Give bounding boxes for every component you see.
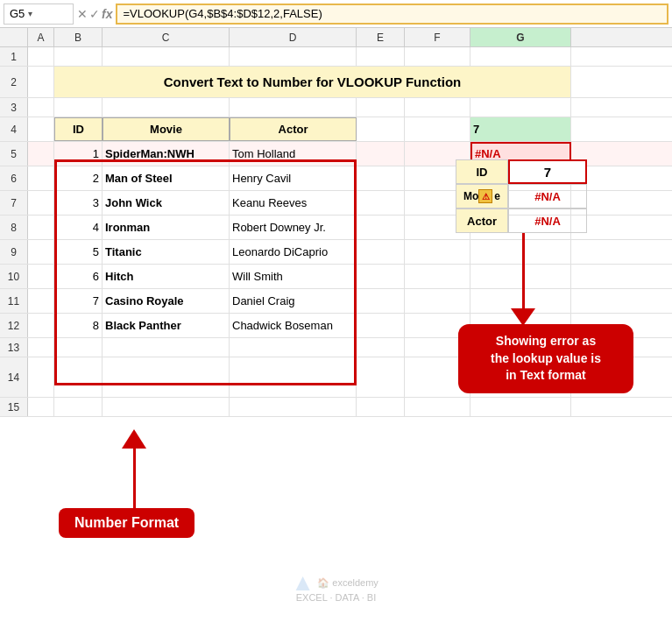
cell-c3[interactable]: [103, 98, 230, 117]
cell-e1[interactable]: [357, 47, 405, 66]
col-header-e[interactable]: E: [357, 28, 405, 46]
cell-e8[interactable]: [357, 216, 405, 239]
cell-a2[interactable]: [28, 67, 54, 97]
cell-e10[interactable]: [357, 265, 405, 288]
cell-d7[interactable]: Keanu Reeves: [230, 191, 357, 215]
cell-c5[interactable]: SpiderMan:NWH: [103, 142, 230, 166]
cell-d10[interactable]: Will Smith: [230, 265, 357, 288]
cell-d11[interactable]: Daniel Craig: [230, 289, 357, 313]
cell-b9[interactable]: 5: [54, 240, 103, 264]
cell-a8[interactable]: [28, 216, 54, 239]
cell-d6[interactable]: Henry Cavil: [230, 166, 357, 190]
cell-c9[interactable]: Titanic: [103, 240, 230, 264]
cell-e14[interactable]: [357, 357, 405, 397]
cell-e6[interactable]: [357, 166, 405, 190]
cell-e11[interactable]: [357, 289, 405, 313]
cell-b15[interactable]: [54, 398, 103, 416]
cell-f9[interactable]: [405, 240, 470, 264]
cell-g15[interactable]: [470, 398, 571, 416]
cell-d13[interactable]: [230, 338, 357, 357]
cell-a12[interactable]: [28, 314, 54, 337]
cell-a13[interactable]: [28, 338, 54, 357]
g5-value: #N/A: [475, 147, 501, 160]
formula-input[interactable]: =VLOOKUP(G4,$B$4:$D$12,2,FALSE): [116, 4, 668, 25]
cell-b11[interactable]: 7: [54, 289, 103, 313]
cell-b3[interactable]: [54, 98, 103, 117]
cell-c6[interactable]: Man of Steel: [103, 166, 230, 190]
cell-d1[interactable]: [230, 47, 357, 66]
cell-a14[interactable]: [28, 357, 54, 397]
cell-b7[interactable]: 3: [54, 191, 103, 215]
cell-a15[interactable]: [28, 398, 54, 416]
cell-a10[interactable]: [28, 265, 54, 288]
cell-c14[interactable]: [103, 357, 230, 397]
cell-reference-box[interactable]: G5 ▾: [4, 4, 74, 25]
cell-f4[interactable]: [405, 117, 470, 141]
cell-c12[interactable]: Black Panther: [103, 314, 230, 337]
cell-b13[interactable]: [54, 338, 103, 357]
col-header-b[interactable]: B: [54, 28, 103, 46]
cell-e13[interactable]: [357, 338, 405, 357]
cell-e7[interactable]: [357, 191, 405, 215]
cell-a5[interactable]: [28, 142, 54, 166]
cell-g11[interactable]: [470, 289, 571, 313]
cell-d14[interactable]: [230, 357, 357, 397]
cell-a4[interactable]: [28, 117, 54, 141]
cell-ref-chevron[interactable]: ▾: [28, 9, 32, 18]
cell-a6[interactable]: [28, 166, 54, 190]
cell-b1[interactable]: [54, 47, 103, 66]
cell-b5[interactable]: 1: [54, 142, 103, 166]
cell-c15[interactable]: [103, 398, 230, 416]
cell-d5[interactable]: Tom Holland: [230, 142, 357, 166]
cancel-icon[interactable]: ✕: [77, 7, 88, 21]
cell-a7[interactable]: [28, 191, 54, 215]
cell-f1[interactable]: [405, 47, 470, 66]
col-header-a[interactable]: A: [28, 28, 54, 46]
cell-b12[interactable]: 8: [54, 314, 103, 337]
cell-a11[interactable]: [28, 289, 54, 313]
cell-b8[interactable]: 4: [54, 216, 103, 239]
cell-f15[interactable]: [405, 398, 470, 416]
row-9: 9 5 Titanic Leonardo DiCaprio: [0, 240, 672, 265]
col-header-c[interactable]: C: [103, 28, 230, 46]
cell-c7[interactable]: John Wick: [103, 191, 230, 215]
cell-a9[interactable]: [28, 240, 54, 264]
confirm-icon[interactable]: ✓: [89, 7, 100, 21]
cell-d4-actor[interactable]: Actor: [230, 117, 357, 141]
cell-a1[interactable]: [28, 47, 54, 66]
cell-d12[interactable]: Chadwick Boseman: [230, 314, 357, 337]
cell-g3[interactable]: [470, 98, 571, 117]
col-header-g[interactable]: G: [470, 28, 571, 46]
cell-g1[interactable]: [470, 47, 571, 66]
cell-e12[interactable]: [357, 314, 405, 337]
cell-c4-movie[interactable]: Movie: [103, 117, 230, 141]
cell-b10[interactable]: 6: [54, 265, 103, 288]
col-header-f[interactable]: F: [405, 28, 470, 46]
num-format-label: Number Format: [59, 508, 195, 538]
cell-c10[interactable]: Hitch: [103, 265, 230, 288]
cell-g4[interactable]: 7: [470, 117, 571, 141]
cell-f10[interactable]: [405, 265, 470, 288]
cell-b14[interactable]: [54, 357, 103, 397]
cell-d8[interactable]: Robert Downey Jr.: [230, 216, 357, 239]
col-header-d[interactable]: D: [230, 28, 357, 46]
cell-a3[interactable]: [28, 98, 54, 117]
cell-d3[interactable]: [230, 98, 357, 117]
cell-c8[interactable]: Ironman: [103, 216, 230, 239]
cell-c11[interactable]: Casino Royale: [103, 289, 230, 313]
cell-e3[interactable]: [357, 98, 405, 117]
cell-b4-id[interactable]: ID: [54, 117, 103, 141]
cell-g10[interactable]: [470, 265, 571, 288]
cell-f3[interactable]: [405, 98, 470, 117]
cell-c1[interactable]: [103, 47, 230, 66]
cell-e15[interactable]: [357, 398, 405, 416]
cell-e9[interactable]: [357, 240, 405, 264]
cell-d9[interactable]: Leonardo DiCaprio: [230, 240, 357, 264]
cell-e5[interactable]: [357, 142, 405, 166]
cell-b6[interactable]: 2: [54, 166, 103, 190]
cell-d15[interactable]: [230, 398, 357, 416]
cell-g9[interactable]: [470, 240, 571, 264]
cell-e4[interactable]: [357, 117, 405, 141]
cell-c13[interactable]: [103, 338, 230, 357]
cell-f11[interactable]: [405, 289, 470, 313]
